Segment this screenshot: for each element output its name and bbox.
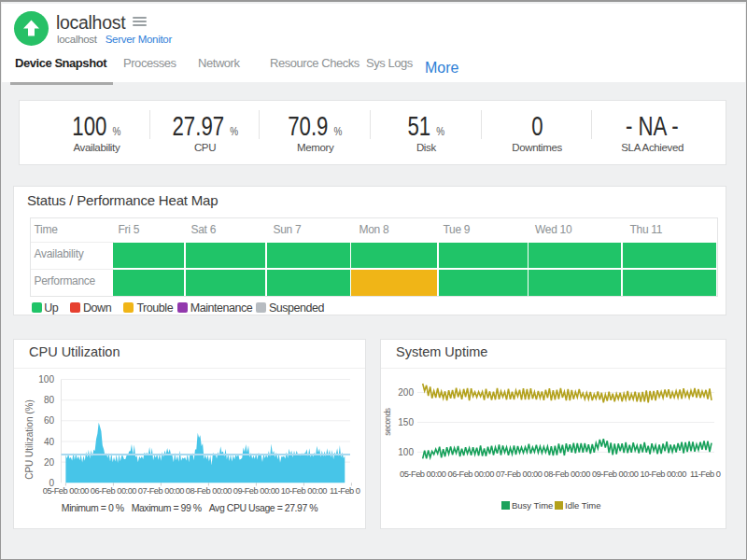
svg-text:150: 150 [398, 417, 414, 427]
svg-text:11-Feb 0: 11-Feb 0 [690, 469, 721, 479]
svg-text:07-Feb 00:00: 07-Feb 00:00 [496, 469, 543, 479]
svg-text:09-Feb 00:00: 09-Feb 00:00 [592, 469, 639, 479]
svg-text:05-Feb 00:00: 05-Feb 00:00 [400, 469, 446, 479]
svg-text:100: 100 [398, 447, 414, 457]
svg-text:10-Feb 00:00: 10-Feb 00:00 [281, 486, 328, 496]
svg-text:06-Feb 00:00: 06-Feb 00:00 [448, 469, 495, 479]
svg-text:60: 60 [44, 415, 55, 426]
svg-text:seconds: seconds [383, 408, 392, 436]
svg-text:08-Feb 00:00: 08-Feb 00:00 [544, 469, 591, 479]
svg-text:80: 80 [44, 395, 55, 405]
svg-text:09-Feb 00:00: 09-Feb 00:00 [233, 486, 280, 496]
svg-text:200: 200 [398, 387, 414, 398]
svg-text:11-Feb 0: 11-Feb 0 [330, 486, 360, 496]
svg-text:08-Feb 00:00: 08-Feb 00:00 [186, 486, 233, 496]
svg-text:CPU Utilization (%): CPU Utilization (%) [24, 399, 35, 480]
svg-text:40: 40 [44, 437, 55, 447]
svg-text:20: 20 [44, 457, 55, 468]
svg-text:06-Feb 00:00: 06-Feb 00:00 [91, 486, 137, 496]
svg-text:10-Feb 00:00: 10-Feb 00:00 [641, 469, 687, 479]
svg-text:05-Feb 00:00: 05-Feb 00:00 [43, 486, 90, 496]
svg-text:07-Feb 00:00: 07-Feb 00:00 [138, 486, 185, 496]
svg-text:100: 100 [38, 374, 54, 385]
